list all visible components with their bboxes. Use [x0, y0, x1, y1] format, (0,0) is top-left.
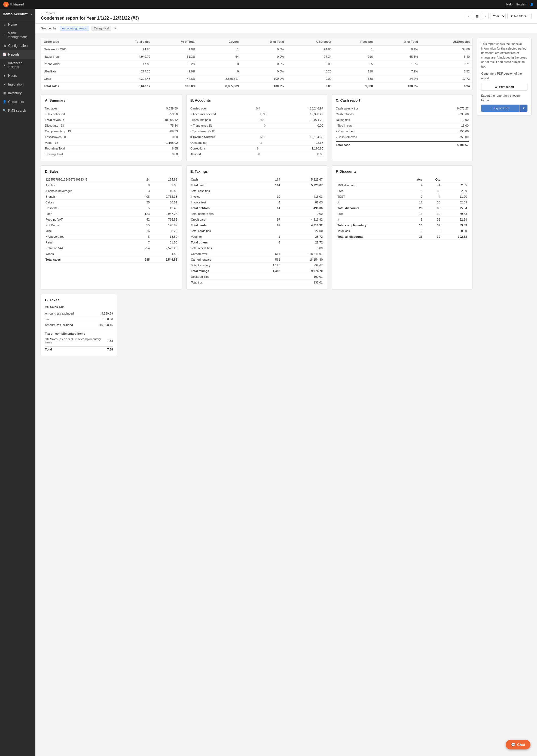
main-content: ← Reports Condensed report for Year 1/1/… — [35, 9, 537, 756]
language-select[interactable]: English — [516, 3, 526, 6]
account-selector[interactable]: Demo Account ▼ — [0, 9, 35, 20]
order-cell: 1 — [334, 46, 376, 53]
today-button[interactable]: ▦ — [474, 13, 480, 19]
order-cell: 0.00 — [286, 75, 334, 83]
acc-paid: - Accounts paid 1,383 -9,974.70 — [190, 117, 323, 123]
order-cell: 338 — [334, 75, 376, 83]
sidebar-item-pms[interactable]: 🔍 PMS search — [0, 106, 35, 115]
summary-row-tax: + Tax collected 858.56 — [45, 111, 178, 117]
disc-col-value — [442, 177, 469, 183]
tax-row-comp: 9% Sales Tax on $89.33 of complimentary … — [45, 336, 113, 345]
sidebar-item-insights[interactable]: ● Advanced insights — [0, 59, 35, 71]
sales-title: D. Sales — [45, 169, 178, 174]
table-row: Voucher128.72 — [190, 234, 323, 240]
acc-outstanding: Outstanding -3 -92.67 — [190, 140, 323, 146]
page-header: ← Reports Condensed report for Year 1/1/… — [35, 9, 537, 24]
account-name: Demo Account — [3, 12, 27, 17]
table-row: 10% discount4-42.05 — [336, 183, 469, 188]
order-cell: 100.0% — [153, 83, 198, 90]
order-cell: 8,855,317 — [198, 75, 241, 83]
chat-button[interactable]: 💬 Chat — [506, 740, 530, 749]
summary-row-revenue: Total revenue 10,405.12 — [45, 117, 178, 123]
order-cell: 277.20 — [105, 68, 153, 75]
sidebar-item-config[interactable]: ⊞ Configuration — [0, 41, 35, 50]
table-row: Alcoholic beverages310.80 — [45, 188, 178, 194]
group-by-tag2[interactable]: Categorical — [92, 26, 112, 31]
sales-table: 123456789012345678901234524164.89Alcohol… — [45, 177, 178, 263]
order-cell: Happy Hour — [41, 53, 105, 61]
export-dropdown-button[interactable]: ▼ — [520, 105, 527, 112]
sidebar-item-integration[interactable]: ● Integration — [0, 80, 35, 89]
print-button[interactable]: 🖨 Print report — [481, 83, 527, 91]
order-cell: 44.6% — [153, 75, 198, 83]
table-row: Retail no VAT2542,573.23 — [45, 245, 178, 251]
table-row: 123456789012345678901234524164.89 — [45, 177, 178, 183]
filter-button[interactable]: ▼ No filters... — [507, 13, 532, 19]
order-cell: 51.3% — [153, 53, 198, 61]
sidebar-item-inventory[interactable]: ▦ Inventory — [0, 89, 35, 98]
order-cell: 0.2% — [153, 61, 198, 68]
table-row: Carried forward56118,154.30 — [190, 257, 323, 263]
sidebar: Demo Account ▼ ⌂ Home ≡ Menu management … — [0, 9, 35, 756]
group-by-label: Grouped by: — [41, 27, 58, 30]
table-row: Cash1645,225.67 — [190, 177, 323, 183]
group-by-tag1[interactable]: Accounting groups — [60, 26, 89, 31]
discounts-title: F. Discounts — [336, 169, 469, 174]
cash-sales-tips: Cash sales + tips 6,075.27 — [336, 106, 469, 111]
order-cell: 17.85 — [105, 61, 153, 68]
sidebar-item-customers[interactable]: 👤 Customers — [0, 98, 35, 106]
group-by-dropdown-icon[interactable]: ▼ — [113, 27, 116, 30]
taxes-subtitle: 9% Sales Tax — [45, 305, 113, 309]
acc-corrections: Corrections 94 -1,170.80 — [190, 146, 323, 151]
prev-button[interactable]: ‹ — [466, 13, 472, 19]
inventory-icon: ▦ — [3, 91, 7, 95]
summary-title: A. Summary — [45, 98, 178, 103]
sidebar-item-hours[interactable]: ● Hours — [0, 71, 35, 80]
order-cell: 100.0% — [241, 83, 287, 90]
export-label-text: Export the report in a chosen format. — [481, 93, 527, 103]
reports-icon: 📈 — [3, 53, 7, 56]
user-icon[interactable]: 👤 — [530, 3, 534, 6]
breadcrumb[interactable]: ← Reports — [41, 12, 139, 15]
table-row: Total debtors tips0.00 — [190, 211, 323, 217]
order-cell: 1 — [198, 46, 241, 53]
table-row: Total cash tips — [190, 188, 323, 194]
col-usd-receipt: USD/receipt — [421, 38, 473, 46]
cash-title: C. Cash report — [336, 98, 469, 103]
order-cell: 46.20 — [286, 68, 334, 75]
order-cell: 0.71 — [421, 61, 473, 68]
order-cell: 77.34 — [286, 53, 334, 61]
order-cell: 6.94 — [421, 83, 473, 90]
col-total-sales: Total sales — [105, 38, 153, 46]
discounts-panel: F. Discounts Acc Qty 10% discount4- — [332, 165, 473, 289]
sidebar-item-reports[interactable]: 📈 Reports — [0, 50, 35, 59]
export-csv-button[interactable]: ↑ Export CSV — [481, 105, 519, 112]
summary-row-rounding: Rounding Total -6.85 — [45, 146, 178, 151]
order-cell: 1,390 — [334, 83, 376, 90]
insights-icon: ● — [3, 63, 6, 67]
header-controls: ‹ ▦ › Year ▼ No filters... — [466, 13, 532, 19]
sidebar-item-home[interactable]: ⌂ Home — [0, 20, 35, 29]
sidebar-insights-label: Advanced insights — [8, 61, 33, 69]
next-button[interactable]: › — [482, 13, 488, 19]
cash-refunds: Cash refunds -833.60 — [336, 111, 469, 117]
order-cell: 94.80 — [421, 46, 473, 53]
summary-row-training: Training Total 0.00 — [45, 151, 178, 157]
year-select[interactable]: Year — [490, 13, 506, 19]
content-area: Order type Total sales % of Total Covers… — [35, 33, 537, 365]
accounts-panel: B. Accounts Carried over 564 -18,246.97 … — [186, 94, 327, 161]
integration-icon: ● — [3, 83, 7, 86]
order-cell: 65.5% — [376, 53, 421, 61]
sidebar-reports-label: Reports — [8, 53, 20, 56]
acc-carried-over: Carried over 564 -18,246.97 — [190, 106, 323, 111]
print-icon: 🖨 — [495, 85, 498, 89]
table-row: Total takings1,4189,974.70 — [190, 268, 323, 274]
help-link[interactable]: Help — [506, 3, 513, 6]
cash-added: + Cash added -750.00 — [336, 129, 469, 134]
table-row: Total transitory1,125-92.67 — [190, 263, 323, 268]
sidebar-item-menu[interactable]: ≡ Menu management — [0, 29, 35, 41]
sidebar-hours-label: Hours — [8, 74, 17, 78]
order-cell: 9,642.17 — [105, 83, 153, 90]
table-row: Credit card974,316.92 — [190, 217, 323, 223]
disc-col-acc: Acc — [405, 177, 424, 183]
